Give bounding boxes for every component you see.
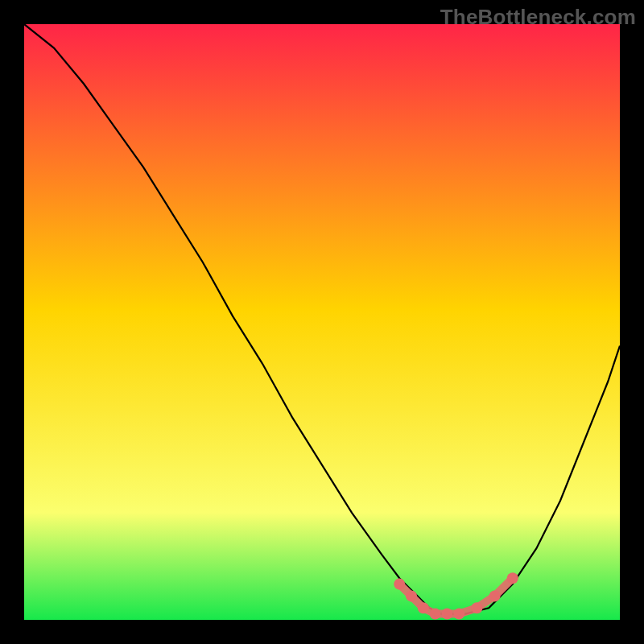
optimal-marker xyxy=(471,602,482,613)
optimal-marker xyxy=(507,572,518,584)
optimal-marker xyxy=(453,609,464,620)
optimal-marker xyxy=(394,579,405,590)
optimal-marker xyxy=(418,602,429,613)
bottleneck-plot xyxy=(24,24,620,620)
gradient-background xyxy=(24,24,620,620)
optimal-marker xyxy=(489,590,501,601)
chart-frame: TheBottleneck.com xyxy=(0,0,644,644)
plot-area xyxy=(24,24,620,620)
optimal-marker xyxy=(406,590,417,601)
optimal-marker xyxy=(441,609,452,620)
optimal-marker xyxy=(430,609,441,620)
watermark-text: TheBottleneck.com xyxy=(440,5,636,30)
